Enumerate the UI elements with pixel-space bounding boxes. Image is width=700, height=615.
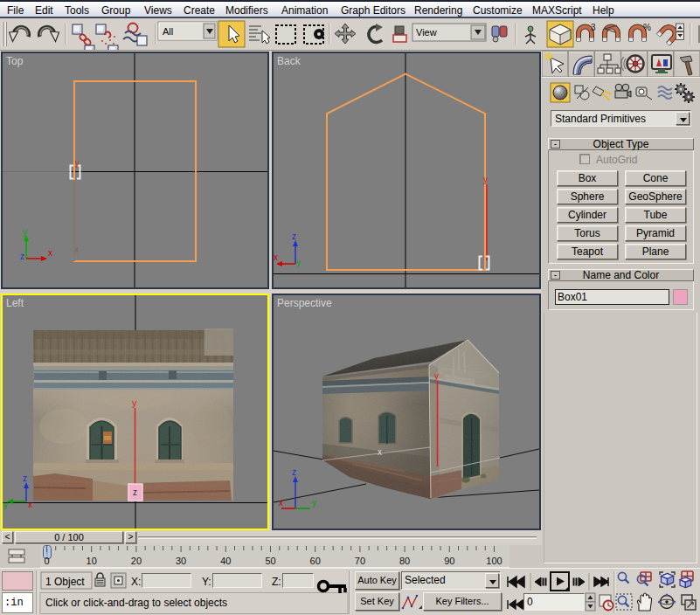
svg-text:%: %	[643, 23, 651, 32]
svg-text:40: 40	[220, 556, 231, 566]
svg-text:x: x	[279, 498, 283, 508]
svg-text:y: y	[483, 175, 488, 184]
svg-text:10: 10	[87, 556, 97, 566]
svg-text:0: 0	[44, 556, 49, 566]
svg-text:x: x	[378, 447, 382, 457]
svg-text:View: View	[416, 27, 437, 38]
svg-text:z: z	[292, 231, 296, 241]
svg-text:30: 30	[176, 556, 186, 566]
svg-text:z: z	[292, 467, 296, 477]
svg-text:80: 80	[399, 556, 410, 566]
svg-text:90: 90	[444, 556, 454, 566]
svg-text:z: z	[133, 487, 137, 497]
svg-text:100: 100	[486, 556, 502, 566]
svg-text:y: y	[312, 498, 316, 508]
svg-text:z: z	[23, 473, 27, 483]
svg-text:x: x	[48, 248, 52, 258]
svg-text:3: 3	[591, 23, 596, 32]
svg-text:y: y	[3, 500, 8, 509]
svg-text:x: x	[28, 500, 32, 509]
svg-text:x: x	[274, 252, 278, 262]
svg-text:x: x	[74, 245, 79, 254]
svg-text:50: 50	[265, 556, 275, 566]
svg-text:y: y	[23, 227, 27, 237]
svg-text:20: 20	[131, 556, 142, 566]
svg-text:z: z	[20, 252, 24, 261]
svg-text:70: 70	[355, 556, 365, 566]
svg-text:y: y	[296, 258, 301, 267]
svg-text:60: 60	[310, 556, 321, 566]
svg-text:y: y	[132, 397, 137, 408]
svg-text:y: y	[75, 158, 80, 168]
svg-text:All: All	[163, 26, 173, 37]
svg-text:y: y	[434, 371, 439, 381]
